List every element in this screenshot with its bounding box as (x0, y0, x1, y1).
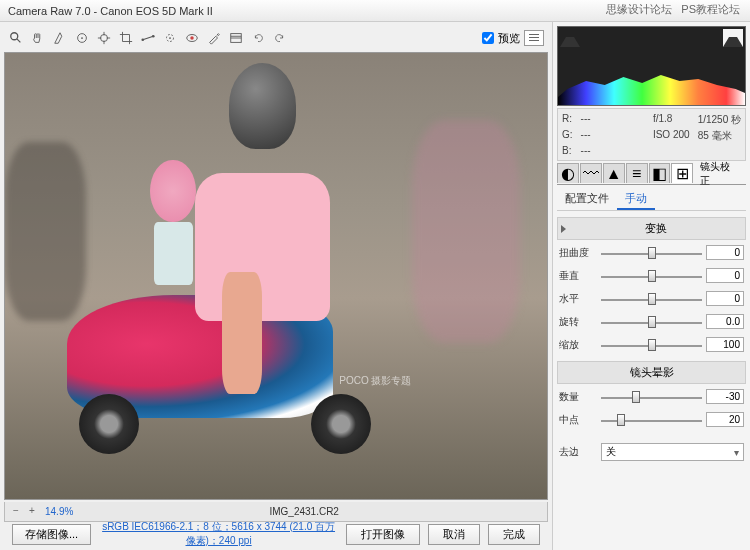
scale-slider[interactable] (601, 338, 702, 352)
white-balance-tool-icon[interactable] (52, 30, 68, 46)
exif-panel: R:---f/1.81/1250 秒 G:---ISO 20085 毫米 B:-… (557, 108, 746, 161)
svg-line-9 (143, 36, 154, 40)
graduated-filter-icon[interactable] (228, 30, 244, 46)
workflow-options-link[interactable]: sRGB IEC61966-2.1；8 位；5616 x 3744 (21.0 … (99, 520, 338, 548)
manual-subtab[interactable]: 手动 (617, 189, 655, 210)
hsl-tab-icon[interactable]: ≡ (626, 163, 648, 183)
straighten-tool-icon[interactable] (140, 30, 156, 46)
svg-point-11 (152, 35, 155, 38)
view-mode-button[interactable] (524, 30, 544, 46)
vertical-slider[interactable] (601, 269, 702, 283)
zoom-out-button[interactable]: − (9, 505, 23, 519)
poco-watermark: POCO 摄影专题 (339, 374, 411, 388)
open-image-button[interactable]: 打开图像 (346, 524, 420, 545)
svg-point-4 (101, 35, 108, 42)
cancel-button[interactable]: 取消 (428, 524, 480, 545)
panel-tabs: ◐ 〰 ▲ ≡ ◧ ⊞ 镜头校正 (557, 163, 746, 185)
amount-slider[interactable] (601, 390, 702, 404)
defringe-dropdown[interactable]: 关 (601, 443, 744, 461)
amount-input[interactable] (706, 389, 744, 404)
save-image-button[interactable]: 存储图像... (12, 524, 91, 545)
toolbar: 预览 (4, 26, 548, 50)
distortion-input[interactable] (706, 245, 744, 260)
horizontal-slider[interactable] (601, 292, 702, 306)
filename-label: IMG_2431.CR2 (81, 506, 527, 517)
svg-point-3 (81, 37, 83, 39)
rotate-slider[interactable] (601, 315, 702, 329)
svg-line-1 (17, 39, 21, 43)
transform-section: 变换 (557, 217, 746, 240)
lens-correction-label: 镜头校正 (694, 160, 746, 188)
vertical-input[interactable] (706, 268, 744, 283)
profile-subtab[interactable]: 配置文件 (557, 189, 617, 210)
highlight-clip-icon[interactable] (723, 29, 743, 47)
target-adjust-icon[interactable] (96, 30, 112, 46)
done-button[interactable]: 完成 (488, 524, 540, 545)
horizontal-input[interactable] (706, 291, 744, 306)
preview-checkbox[interactable] (482, 32, 494, 44)
lens-tab-icon[interactable]: ⊞ (671, 163, 693, 183)
zoom-value[interactable]: 14.9% (41, 506, 77, 517)
svg-point-15 (190, 36, 194, 40)
spot-removal-icon[interactable] (162, 30, 178, 46)
image-preview[interactable]: POCO 摄影专题 (4, 52, 548, 500)
rotate-right-icon[interactable] (272, 30, 288, 46)
curve-tab-icon[interactable]: 〰 (580, 163, 602, 183)
basic-tab-icon[interactable]: ◐ (557, 163, 579, 183)
preview-label: 预览 (498, 31, 520, 46)
watermark: 思缘设计论坛 PS教程论坛 (606, 2, 740, 17)
histogram[interactable] (557, 26, 746, 106)
adjustment-brush-icon[interactable] (206, 30, 222, 46)
rotate-left-icon[interactable] (250, 30, 266, 46)
crop-tool-icon[interactable] (118, 30, 134, 46)
red-eye-icon[interactable] (184, 30, 200, 46)
zoom-tool-icon[interactable] (8, 30, 24, 46)
color-sampler-icon[interactable] (74, 30, 90, 46)
distortion-slider[interactable] (601, 246, 702, 260)
svg-point-0 (11, 33, 18, 40)
vignette-section: 镜头晕影 (557, 361, 746, 384)
image-footer: − + 14.9% IMG_2431.CR2 (4, 502, 548, 522)
detail-tab-icon[interactable]: ▲ (603, 163, 625, 183)
split-tab-icon[interactable]: ◧ (649, 163, 671, 183)
hand-tool-icon[interactable] (30, 30, 46, 46)
window-title: Camera Raw 7.0 - Canon EOS 5D Mark II (8, 5, 213, 17)
svg-point-13 (169, 37, 171, 39)
svg-point-10 (141, 38, 144, 41)
scale-input[interactable] (706, 337, 744, 352)
midpoint-slider[interactable] (601, 413, 702, 427)
rotate-input[interactable] (706, 314, 744, 329)
midpoint-input[interactable] (706, 412, 744, 427)
shadow-clip-icon[interactable] (560, 29, 580, 47)
zoom-in-button[interactable]: + (25, 505, 39, 519)
